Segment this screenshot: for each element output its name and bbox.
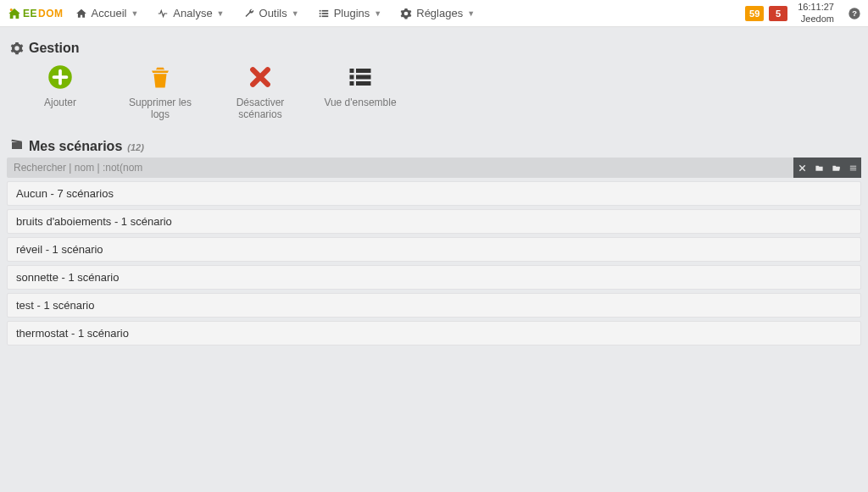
scenario-group[interactable]: Aucun - 7 scénarios [7,181,861,206]
svg-rect-15 [350,75,354,80]
bars-icon [849,163,858,173]
svg-rect-10 [157,76,159,85]
help-icon[interactable]: ? [848,7,861,20]
svg-rect-3 [319,13,320,14]
nav-analyse[interactable]: Analyse ▼ [150,3,231,23]
folder-icon [815,163,824,173]
group-label: test - 1 scénario [16,299,95,312]
gear-icon [400,8,412,19]
group-label: sonnette - 1 scénario [16,271,119,284]
gestion-heading: Gestion [10,41,861,56]
svg-rect-17 [350,81,354,86]
caret-down-icon: ▼ [467,9,475,18]
gestion-actions: Ajouter Supprimer les logs Désactiver sc… [7,61,861,130]
scenarios-count: (12) [127,142,144,152]
svg-rect-5 [319,15,320,17]
notification-badge-red[interactable]: 5 [769,6,787,21]
navbar: EEDOM Accueil ▼ Analyse ▼ Outils ▼ Plugi… [0,0,868,27]
folder-collapse-button[interactable] [810,158,827,178]
scenarios-heading: Mes scénarios (12) [10,137,861,154]
gear-icon [10,41,24,55]
scenario-group[interactable]: sonnette - 1 scénario [7,265,861,290]
menu-button[interactable] [844,158,861,178]
scenario-group[interactable]: test - 1 scénario [7,293,861,318]
trash-icon [147,64,173,90]
folder-expand-button[interactable] [827,158,844,178]
svg-rect-19 [849,165,855,166]
svg-rect-20 [849,168,855,169]
svg-rect-21 [849,169,855,170]
scenario-group[interactable]: bruits d'aboiements - 1 scénario [7,209,861,234]
svg-rect-6 [321,15,328,17]
caret-down-icon: ▼ [374,9,381,18]
group-label: bruits d'aboiements - 1 scénario [16,215,172,228]
nav-reglages[interactable]: Réglages ▼ [393,3,481,23]
svg-rect-13 [350,69,354,73]
notification-badge-orange[interactable]: 59 [745,6,764,21]
group-label: réveil - 1 scénario [16,243,103,256]
scenario-group[interactable]: thermostat - 1 scénario [7,321,861,346]
group-label: Aucun - 7 scénarios [16,187,114,200]
svg-rect-18 [356,81,371,86]
caret-down-icon: ▼ [131,9,138,18]
nav-outils[interactable]: Outils ▼ [236,3,306,23]
gestion-title: Gestion [29,41,80,56]
list-icon [318,8,330,19]
group-label: thermostat - 1 scénario [16,327,129,340]
plus-circle-icon [47,64,73,90]
search-clear-button[interactable] [793,158,810,178]
action-ajouter[interactable]: Ajouter [22,64,98,120]
svg-rect-1 [319,9,320,11]
svg-rect-14 [356,69,371,73]
nav-label: Outils [259,7,287,19]
svg-point-0 [10,8,13,11]
user-name: Jeedom [801,14,834,25]
svg-rect-11 [159,76,161,85]
nav-label: Réglages [416,7,463,19]
action-label: Vue d'ensemble [324,97,396,108]
action-label: Ajouter [44,97,76,108]
action-supprimer-logs[interactable]: Supprimer les logs [122,64,198,120]
home-icon [75,8,87,19]
nav-label: Plugins [334,7,370,19]
nav-accueil[interactable]: Accueil ▼ [69,3,146,23]
svg-rect-12 [162,76,164,85]
search-row [7,158,861,178]
scenarios-title: Mes scénarios [29,139,122,154]
svg-text:?: ? [852,9,857,18]
folder-open-icon [832,163,841,173]
nav-label: Analyse [173,7,212,19]
action-desactiver-scenarios[interactable]: Désactiver scénarios [222,64,298,120]
svg-rect-16 [356,75,371,80]
scenario-group[interactable]: réveil - 1 scénario [7,237,861,262]
list-ul-icon [348,64,373,90]
action-label: Supprimer les logs [122,97,198,120]
caret-down-icon: ▼ [292,9,299,18]
action-label: Désactiver scénarios [222,97,298,120]
wrench-icon [243,8,255,19]
nav-plugins[interactable]: Plugins ▼ [311,3,389,23]
logo[interactable]: EEDOM [7,6,64,21]
action-vue-ensemble[interactable]: Vue d'ensemble [322,64,398,120]
nav-label: Accueil [92,7,127,19]
heartbeat-icon [157,8,169,19]
svg-rect-2 [321,9,328,11]
clock-time: 16:11:27 [798,2,834,13]
times-icon [798,163,807,173]
svg-rect-4 [321,13,328,14]
times-icon [248,64,273,90]
logo-house-icon [7,6,22,21]
clock-user: 16:11:27 Jeedom [798,2,834,24]
search-input[interactable] [7,158,793,178]
clapper-icon [10,137,24,151]
caret-down-icon: ▼ [217,9,225,18]
